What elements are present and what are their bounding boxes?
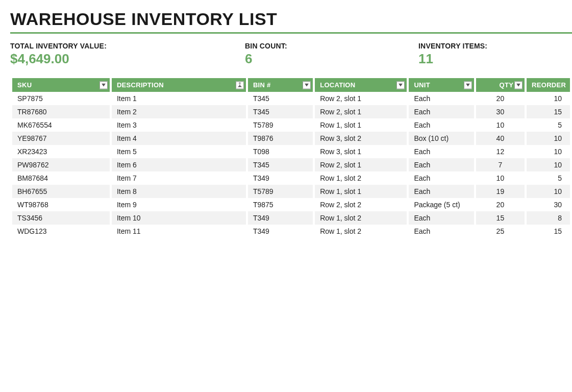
cell-location: Row 2, slot 1: [315, 92, 407, 105]
table-row[interactable]: SP7875Item 1T345Row 2, slot 1Each2010: [12, 92, 570, 105]
cell-location: Row 2, slot 1: [315, 158, 407, 172]
cell-location: Row 3, slot 2: [315, 132, 407, 145]
col-header-location[interactable]: LOCATION: [315, 78, 407, 92]
cell-unit: Each: [409, 172, 474, 185]
page-title: WAREHOUSE INVENTORY LIST: [10, 9, 572, 29]
cell-bin: T5789: [248, 185, 313, 198]
chevron-down-icon: [516, 84, 520, 87]
table-row[interactable]: BM87684Item 7T349Row 1, slot 2Each105: [12, 172, 570, 185]
cell-location: Row 2, slot 2: [315, 198, 407, 211]
summary-bins-label: BIN COUNT:: [245, 42, 418, 50]
cell-description: Item 1: [112, 92, 246, 105]
filter-button-qty[interactable]: [514, 81, 523, 89]
cell-qty: 20: [476, 198, 525, 211]
cell-location: Row 1, slot 1: [315, 118, 407, 132]
cell-unit: Each: [409, 225, 474, 238]
filter-button-unit[interactable]: [464, 81, 472, 89]
table-body: SP7875Item 1T345Row 2, slot 1Each2010TR8…: [12, 92, 570, 238]
col-header-location-label: LOCATION: [320, 81, 355, 89]
cell-qty: 25: [476, 225, 525, 238]
cell-bin: T349: [248, 211, 313, 225]
cell-reorder: 10: [527, 132, 570, 145]
cell-sku: MK676554: [12, 118, 110, 132]
inventory-table: SKU DESCRIPTION BIN # LOCATION: [10, 78, 572, 238]
filter-button-description[interactable]: [236, 81, 244, 89]
cell-unit: Package (5 ct): [409, 198, 474, 211]
cell-location: Row 1, slot 2: [315, 172, 407, 185]
col-header-qty[interactable]: QTY: [476, 78, 525, 92]
summary-items-label: INVENTORY ITEMS:: [418, 42, 572, 50]
table-row[interactable]: MK676554Item 3T5789Row 1, slot 1Each105: [12, 118, 570, 132]
summary-bins-value: 6: [245, 51, 418, 67]
cell-unit: Each: [409, 211, 474, 225]
cell-unit: Box (10 ct): [409, 132, 474, 145]
cell-qty: 20: [476, 92, 525, 105]
chevron-down-icon: [399, 84, 403, 87]
summary-total-value: $4,649.00: [10, 51, 245, 67]
cell-qty: 19: [476, 185, 525, 198]
cell-description: Item 2: [112, 105, 246, 118]
table-row[interactable]: TR87680Item 2T345Row 2, slot 1Each3015: [12, 105, 570, 118]
col-header-reorder[interactable]: REORDER: [527, 78, 570, 92]
cell-qty: 40: [476, 132, 525, 145]
col-header-unit[interactable]: UNIT: [409, 78, 474, 92]
cell-description: Item 4: [112, 132, 246, 145]
cell-reorder: 15: [527, 225, 570, 238]
filter-button-bin[interactable]: [303, 81, 311, 89]
cell-location: Row 1, slot 2: [315, 225, 407, 238]
cell-reorder: 5: [527, 118, 570, 132]
cell-description: Item 10: [112, 211, 246, 225]
cell-bin: T9876: [248, 132, 313, 145]
cell-description: Item 3: [112, 118, 246, 132]
cell-reorder: 30: [527, 198, 570, 211]
col-header-qty-label: QTY: [499, 81, 513, 89]
col-header-sku-label: SKU: [17, 81, 32, 89]
table-header-row: SKU DESCRIPTION BIN # LOCATION: [12, 78, 570, 92]
cell-reorder: 10: [527, 158, 570, 172]
cell-sku: XR23423: [12, 145, 110, 158]
table-row[interactable]: PW98762Item 6T345Row 2, slot 1Each710: [12, 158, 570, 172]
cell-bin: T349: [248, 225, 313, 238]
cell-location: Row 1, slot 1: [315, 185, 407, 198]
title-rule: [10, 32, 572, 34]
cell-sku: WDG123: [12, 225, 110, 238]
col-header-description[interactable]: DESCRIPTION: [112, 78, 246, 92]
cell-description: Item 8: [112, 185, 246, 198]
filter-button-location[interactable]: [396, 81, 405, 89]
summary-items-value: 11: [418, 51, 572, 67]
cell-sku: TR87680: [12, 105, 110, 118]
cell-bin: T9875: [248, 198, 313, 211]
cell-sku: PW98762: [12, 158, 110, 172]
table-row[interactable]: XR23423Item 5T098Row 3, slot 1Each1210: [12, 145, 570, 158]
col-header-description-label: DESCRIPTION: [117, 81, 164, 89]
cell-qty: 7: [476, 158, 525, 172]
cell-qty: 10: [476, 118, 525, 132]
col-header-sku[interactable]: SKU: [12, 78, 110, 92]
summary-items: INVENTORY ITEMS: 11: [418, 42, 572, 67]
cell-bin: T349: [248, 172, 313, 185]
cell-sku: YE98767: [12, 132, 110, 145]
cell-description: Item 7: [112, 172, 246, 185]
cell-qty: 10: [476, 172, 525, 185]
summary-total: TOTAL INVENTORY VALUE: $4,649.00: [10, 42, 245, 67]
table-row[interactable]: TS3456Item 10T349Row 1, slot 2Each158: [12, 211, 570, 225]
summary-row: TOTAL INVENTORY VALUE: $4,649.00 BIN COU…: [10, 42, 572, 67]
cell-bin: T345: [248, 105, 313, 118]
cell-unit: Each: [409, 145, 474, 158]
cell-sku: BH67655: [12, 185, 110, 198]
table-row[interactable]: WDG123Item 11T349Row 1, slot 2Each2515: [12, 225, 570, 238]
col-header-bin-label: BIN #: [253, 81, 271, 89]
table-row[interactable]: BH67655Item 8T5789Row 1, slot 1Each1910: [12, 185, 570, 198]
table-row[interactable]: YE98767Item 4T9876Row 3, slot 2Box (10 c…: [12, 132, 570, 145]
cell-reorder: 10: [527, 145, 570, 158]
col-header-reorder-label: REORDER: [532, 81, 566, 89]
table-row[interactable]: WT98768Item 9T9875Row 2, slot 2Package (…: [12, 198, 570, 211]
cell-location: Row 2, slot 1: [315, 105, 407, 118]
cell-bin: T5789: [248, 118, 313, 132]
filter-button-sku[interactable]: [100, 81, 108, 89]
cell-sku: BM87684: [12, 172, 110, 185]
col-header-unit-label: UNIT: [414, 81, 430, 89]
sort-asc-icon: [237, 83, 242, 88]
cell-description: Item 9: [112, 198, 246, 211]
col-header-bin[interactable]: BIN #: [248, 78, 313, 92]
